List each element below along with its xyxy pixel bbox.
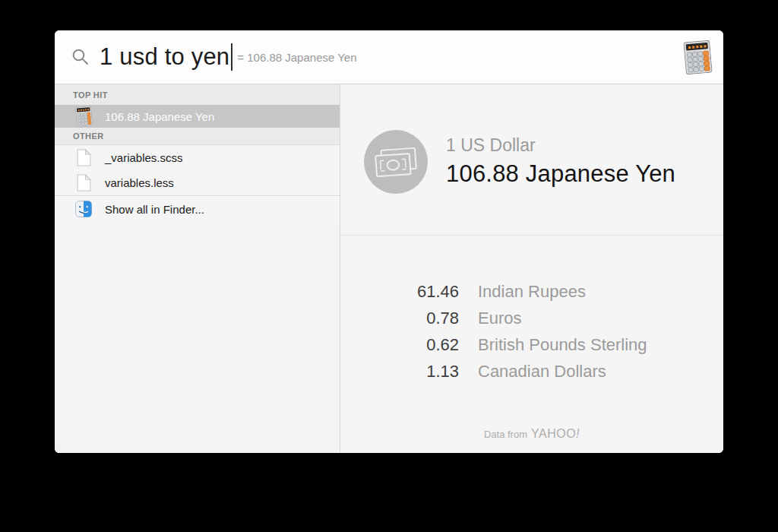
search-input[interactable]: 1 usd to yen — [100, 43, 229, 71]
result-label: 106.88 Japanese Yen — [105, 110, 214, 123]
document-icon — [74, 149, 93, 166]
calculator-icon[interactable] — [683, 40, 713, 74]
calculator-icon — [74, 106, 93, 126]
banknotes-icon — [372, 144, 419, 179]
conversion-value: 0.62 — [340, 335, 459, 355]
results-sidebar: TOP HIT 106.88 Japanese Yen OTHER _v — [55, 84, 340, 453]
section-header-other: OTHER — [55, 128, 340, 145]
search-icon — [71, 48, 90, 66]
section-header-top-hit: TOP HIT — [55, 84, 340, 105]
conversion-row: 61.46 Indian Rupees — [340, 278, 723, 305]
data-attribution: Data fromYAHOO! — [340, 427, 723, 441]
result-label: variables.less — [105, 176, 174, 189]
text-cursor — [231, 43, 232, 71]
yahoo-logo: YAHOO! — [531, 427, 580, 440]
section-header-label: TOP HIT — [73, 90, 108, 100]
conversion-value: 61.46 — [340, 282, 459, 302]
show-all-in-finder-row[interactable]: Show all in Finder... — [55, 196, 340, 222]
currency-avatar — [364, 130, 428, 194]
from-amount: 1 US Dollar — [446, 135, 675, 156]
conversion-currency: Indian Rupees — [478, 282, 586, 302]
conversion-currency: British Pounds Sterling — [478, 335, 647, 355]
conversion-row: 0.78 Euros — [340, 305, 723, 331]
result-label: Show all in Finder... — [105, 203, 204, 216]
conversion-currency: Canadian Dollars — [478, 362, 606, 382]
conversion-value: 1.13 — [340, 362, 459, 382]
conversion-list: 61.46 Indian Rupees 0.78 Euros 0.62 Brit… — [340, 278, 723, 385]
conversion-row: 0.62 British Pounds Sterling — [340, 331, 723, 358]
result-row-file[interactable]: _variables.scss — [55, 145, 340, 170]
spotlight-window: 1 usd to yen = 106.88 Japanese Yen TOP H… — [55, 30, 723, 453]
result-row-top-hit[interactable]: 106.88 Japanese Yen — [55, 105, 340, 128]
conversion-row: 1.13 Canadian Dollars — [340, 358, 723, 385]
conversion-header: 1 US Dollar 106.88 Japanese Yen — [340, 84, 723, 236]
conversion-currency: Euros — [478, 309, 521, 328]
preview-panel: 1 US Dollar 106.88 Japanese Yen 61.46 In… — [340, 84, 723, 453]
to-amount: 106.88 Japanese Yen — [446, 160, 675, 188]
conversion-value: 0.78 — [340, 309, 459, 328]
document-icon — [74, 174, 93, 192]
sidebar-empty-area — [55, 222, 340, 453]
search-bar[interactable]: 1 usd to yen = 106.88 Japanese Yen — [55, 30, 723, 84]
result-label: _variables.scss — [105, 151, 183, 164]
inline-result-hint: = 106.88 Japanese Yen — [237, 51, 356, 64]
amounts-block: 1 US Dollar 106.88 Japanese Yen — [446, 135, 675, 188]
section-header-label: OTHER — [73, 131, 104, 141]
main-split: TOP HIT 106.88 Japanese Yen OTHER _v — [55, 84, 723, 453]
attribution-prefix: Data from — [484, 429, 527, 440]
finder-icon — [74, 201, 93, 217]
result-row-file[interactable]: variables.less — [55, 170, 340, 195]
